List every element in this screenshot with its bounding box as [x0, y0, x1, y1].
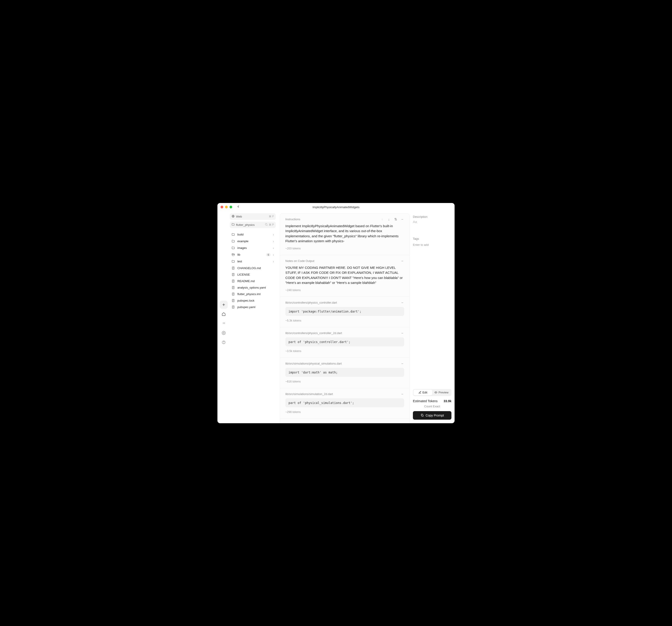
collapse-icon[interactable]: −: [401, 392, 404, 396]
chevron-right-icon: ›: [273, 233, 274, 236]
chevron-right-icon: ›: [273, 260, 274, 263]
edit-toggle[interactable]: Edit: [413, 390, 432, 396]
svg-point-6: [265, 223, 267, 225]
section-header: Instructions↑↓⇅−: [285, 218, 404, 221]
copy-label: Copy Prompt: [426, 414, 444, 417]
chevron-right-icon: ›: [273, 240, 274, 243]
collapse-icon[interactable]: −: [401, 331, 404, 335]
section-header: lib/src/controllers/physics_controller_2…: [285, 331, 404, 335]
arrow-down-icon[interactable]: ↓: [387, 218, 391, 221]
content-scroll[interactable]: Instructions↑↓⇅−Implement ImplicitlyPhys…: [278, 211, 410, 423]
tree-item-example[interactable]: example›: [230, 238, 276, 245]
tree-item-label: pubspec.lock: [237, 299, 274, 302]
main-area: Web ⌘ F flutter_physics ⌘ P build›exampl…: [217, 211, 455, 423]
folder-icon: [232, 240, 235, 243]
section-title: Instructions: [285, 218, 300, 221]
tree-item-build[interactable]: build›: [230, 231, 276, 238]
estimated-value: 33.9k: [443, 399, 452, 403]
section: lib/src/simulations/simulation_2d.dart−p…: [280, 388, 409, 419]
section-title: Notes on Code Output: [285, 259, 314, 262]
home-button[interactable]: [220, 310, 228, 318]
svg-point-36: [435, 392, 436, 393]
add-button[interactable]: [220, 301, 228, 309]
section: lib/src/controllers/physics_controller.d…: [280, 297, 409, 327]
tree-item-label: example: [237, 240, 270, 243]
tags-input[interactable]: Enter to add: [413, 243, 452, 247]
token-count: ~248 tokens: [285, 289, 404, 292]
tree-item-readme-md[interactable]: README.md: [230, 278, 276, 284]
pencil-icon: [418, 391, 422, 394]
project-label: flutter_physics: [236, 223, 255, 227]
settings-button[interactable]: [220, 329, 228, 337]
collapse-icon[interactable]: −: [401, 423, 404, 423]
code-block: part of 'physical_simulations.dart';: [285, 398, 404, 407]
close-window-button[interactable]: [220, 206, 223, 208]
web-label: Web: [236, 215, 242, 218]
eye-icon: [434, 391, 437, 394]
folder-icon: [232, 260, 235, 263]
svg-line-7: [267, 225, 267, 226]
file-icon: [232, 286, 235, 289]
svg-point-4: [223, 343, 224, 343]
folder-icon: [232, 253, 235, 256]
svg-rect-37: [422, 415, 423, 417]
arrow-up-icon[interactable]: ↑: [380, 218, 384, 221]
help-button[interactable]: [220, 338, 228, 346]
tree-item-label: CHANGELOG.md: [237, 267, 274, 270]
collapse-icon[interactable]: −: [401, 259, 404, 262]
token-count: ~3.5k tokens: [285, 350, 404, 353]
tree-item-pubspec-yaml[interactable]: pubspec.yaml: [230, 304, 276, 310]
preview-toggle[interactable]: Preview: [432, 390, 451, 396]
section-title: lib/src/simulations/spring.dart: [285, 423, 323, 423]
file-sidebar: Web ⌘ F flutter_physics ⌘ P build›exampl…: [230, 211, 278, 423]
project-search-pill[interactable]: flutter_physics ⌘ P: [230, 222, 276, 228]
badge: 6: [266, 253, 270, 256]
preview-label: Preview: [438, 391, 448, 394]
back-button[interactable]: [237, 205, 240, 209]
tree-item-changelog-md[interactable]: CHANGELOG.md: [230, 265, 276, 271]
file-tree: build›example›images›lib6›test›CHANGELOG…: [230, 231, 276, 310]
expand-icon[interactable]: ⇅: [394, 218, 398, 221]
edit-label: Edit: [423, 391, 428, 394]
tree-item-test[interactable]: test›: [230, 258, 276, 265]
section-title: lib/src/controllers/physics_controller.d…: [285, 301, 337, 304]
tree-item-license[interactable]: LICENSE: [230, 271, 276, 278]
tree-item-label: build: [237, 233, 270, 236]
section-title: lib/src/simulations/simulation_2d.dart: [285, 392, 333, 396]
section-actions: −: [401, 423, 404, 423]
web-search-pill[interactable]: Web ⌘ F: [230, 213, 276, 220]
count-exact-button[interactable]: Count Exact: [413, 405, 452, 408]
tree-item-label: pubspec.yaml: [237, 305, 274, 309]
titlebar: ImplicitlyPhysicallyAnimatedWidgets: [217, 203, 455, 211]
section-title: lib/src/controllers/physics_controller_2…: [285, 331, 342, 335]
app-window: ImplicitlyPhysicallyAnimatedWidgets: [217, 203, 455, 423]
folder-icon: [232, 246, 235, 250]
chevron-right-icon: ›: [273, 253, 274, 256]
tree-item-label: flutter_physics.iml: [237, 292, 274, 296]
tree-item-flutter-physics-iml[interactable]: flutter_physics.iml: [230, 291, 276, 297]
token-count: ~5.3k tokens: [285, 319, 404, 322]
quotes-button[interactable]: [220, 320, 228, 328]
copy-prompt-button[interactable]: Copy Prompt: [413, 411, 452, 420]
maximize-window-button[interactable]: [230, 206, 232, 208]
section: lib/src/controllers/physics_controller_2…: [280, 327, 409, 358]
right-panel: Description Aa Tags Enter to add Edit Pr…: [410, 211, 455, 423]
collapse-icon[interactable]: −: [401, 218, 404, 221]
token-count: ~298 tokens: [285, 410, 404, 414]
collapse-icon[interactable]: −: [401, 362, 404, 365]
minimize-window-button[interactable]: [225, 206, 228, 208]
section-body: Implement ImplicitlyPhysicallyAnimatedWi…: [285, 224, 404, 244]
tree-item-analysis-options-yaml[interactable]: analysis_options.yaml: [230, 284, 276, 291]
section-header: lib/src/simulations/physical_simulations…: [285, 362, 404, 365]
file-icon: [232, 273, 235, 276]
tags-label: Tags: [413, 237, 452, 241]
tree-item-images[interactable]: images›: [230, 245, 276, 251]
collapse-icon[interactable]: −: [401, 301, 404, 304]
section-header: lib/src/controllers/physics_controller.d…: [285, 301, 404, 304]
search-icon: [265, 223, 268, 227]
tree-item-pubspec-lock[interactable]: pubspec.lock: [230, 297, 276, 304]
file-icon: [232, 279, 235, 283]
section-title: lib/src/simulations/physical_simulations…: [285, 362, 342, 365]
tree-item-lib[interactable]: lib6›: [230, 251, 276, 258]
description-input[interactable]: Aa: [413, 220, 452, 224]
